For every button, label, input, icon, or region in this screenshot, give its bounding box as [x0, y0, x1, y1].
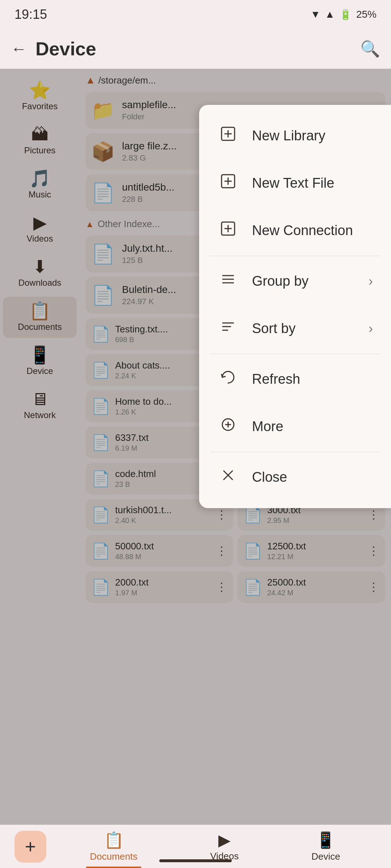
fab-icon: + — [25, 836, 36, 858]
menu-item-refresh[interactable]: Refresh — [199, 356, 391, 403]
nav-documents-label: Documents — [90, 851, 138, 862]
nav-videos-icon: ▶ — [218, 831, 231, 849]
battery-icon: 🔋 — [339, 9, 352, 21]
menu-item-more[interactable]: More — [199, 403, 391, 450]
context-menu: New Library New Text File New Connecti — [199, 105, 391, 508]
menu-item-new-connection[interactable]: New Connection — [199, 207, 391, 254]
group-by-arrow: › — [369, 274, 373, 289]
menu-item-group-by[interactable]: Group by › — [199, 258, 391, 305]
menu-divider-3 — [210, 452, 380, 452]
new-text-file-icon — [217, 173, 239, 194]
nav-tab-documents[interactable]: 📋 Documents — [79, 828, 148, 865]
nav-documents-icon: 📋 — [104, 831, 124, 850]
search-button[interactable]: 🔍 — [360, 39, 380, 58]
more-icon — [217, 416, 239, 437]
wifi-icon: ▼ — [311, 9, 321, 20]
menu-item-new-library[interactable]: New Library — [199, 112, 391, 159]
new-library-icon — [217, 125, 239, 146]
signal-icon: ▲ — [325, 9, 335, 20]
header: ← Device 🔍 — [0, 29, 391, 69]
back-button[interactable]: ← — [11, 40, 27, 58]
menu-label-more: More — [252, 419, 373, 434]
menu-label-new-library: New Library — [252, 128, 373, 144]
menu-label-close: Close — [252, 469, 373, 485]
menu-item-new-text-file[interactable]: New Text File — [199, 159, 391, 207]
menu-divider-2 — [210, 354, 380, 354]
menu-item-sort-by[interactable]: Sort by › — [199, 305, 391, 352]
menu-label-refresh: Refresh — [252, 371, 373, 387]
refresh-icon — [217, 369, 239, 390]
battery-percent: 25% — [356, 9, 377, 20]
sort-by-arrow: › — [369, 321, 373, 336]
menu-item-close[interactable]: Close — [199, 454, 391, 501]
status-bar: 19:15 ▼ ▲ 🔋 25% — [0, 0, 391, 29]
home-indicator — [159, 859, 232, 862]
group-by-icon — [217, 271, 239, 292]
main-layout: ⭐ Favorites 🏔 Pictures 🎵 Music ▶ Videos … — [0, 69, 391, 825]
fab-button[interactable]: + — [14, 831, 46, 863]
close-icon — [217, 467, 239, 488]
menu-label-new-connection: New Connection — [252, 223, 373, 238]
status-time: 19:15 — [14, 7, 47, 22]
menu-divider-1 — [210, 256, 380, 256]
nav-tab-device[interactable]: 📱 Device — [300, 828, 351, 865]
menu-label-new-text-file: New Text File — [252, 175, 373, 191]
status-icons: ▼ ▲ 🔋 25% — [311, 9, 377, 21]
page-title: Device — [35, 38, 360, 60]
menu-label-sort-by: Sort by — [252, 321, 356, 336]
sort-by-icon — [217, 318, 239, 339]
new-connection-icon — [217, 220, 239, 241]
nav-device-icon: 📱 — [316, 831, 336, 850]
menu-label-group-by: Group by — [252, 273, 356, 289]
nav-device-label: Device — [311, 851, 340, 862]
